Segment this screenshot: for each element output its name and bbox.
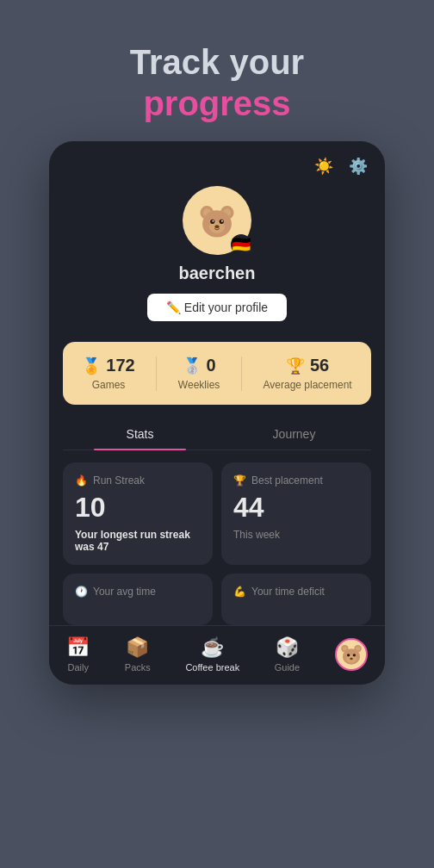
nav-coffee-break[interactable]: ☕ Coffee break xyxy=(177,633,248,676)
best-placement-label: 🏆 Best placement xyxy=(233,474,359,487)
weeklies-stat: 🥈 0 Weeklies xyxy=(178,356,220,391)
svg-point-19 xyxy=(350,658,352,660)
header-section: Track your progress xyxy=(130,0,304,141)
partial-cards: 🕐 Your avg time 💪 Your time deficit xyxy=(49,574,385,625)
best-placement-value: 44 xyxy=(233,492,359,524)
time-deficit-card: 💪 Your time deficit xyxy=(221,574,371,625)
nav-profile[interactable] xyxy=(326,635,376,674)
placement-icon: 🏆 xyxy=(286,356,305,375)
card-top-icons: ☀️ ⚙️ xyxy=(49,141,385,177)
tab-journey[interactable]: Journey xyxy=(217,418,371,450)
games-stat: 🏅 172 Games xyxy=(82,356,134,391)
run-streak-icon: 🔥 xyxy=(75,474,88,487)
svg-point-10 xyxy=(214,225,219,228)
svg-point-17 xyxy=(347,654,350,656)
svg-point-8 xyxy=(212,220,214,222)
nav-guide[interactable]: 🎲 Guide xyxy=(266,633,308,676)
nav-packs[interactable]: 📦 Packs xyxy=(116,633,159,676)
sun-icon[interactable]: ☀️ xyxy=(313,155,335,177)
username: baerchen xyxy=(179,264,256,283)
coffee-break-label: Coffee break xyxy=(185,662,239,673)
guide-icon: 🎲 xyxy=(276,636,299,659)
avg-time-label: 🕐 Your avg time xyxy=(75,586,156,598)
svg-point-18 xyxy=(352,654,355,656)
nav-avatar xyxy=(335,638,368,671)
games-icon: 🏅 xyxy=(82,356,101,375)
guide-label: Guide xyxy=(275,662,300,673)
run-streak-highlight: 47 xyxy=(97,541,108,553)
tab-stats[interactable]: Stats xyxy=(63,418,217,450)
header-line2: progress xyxy=(130,83,304,124)
time-deficit-label: 💪 Your time deficit xyxy=(233,586,325,598)
stats-cards: 🔥 Run Streak 10 Your longest run streak … xyxy=(49,450,385,574)
placement-value: 56 xyxy=(310,356,329,375)
avatar-container: 🇩🇪 xyxy=(183,186,251,255)
bottom-nav: 📅 Daily 📦 Packs ☕ Coffee break 🎲 Guide xyxy=(49,625,385,685)
stat-divider-2 xyxy=(241,356,242,391)
edit-profile-button[interactable]: ✏️ Edit your profile xyxy=(147,294,287,321)
best-placement-card: 🏆 Best placement 44 This week xyxy=(221,462,371,565)
tabs-section: Stats Journey xyxy=(63,418,371,450)
weeklies-value: 0 xyxy=(207,356,216,375)
avg-time-icon: 🕐 xyxy=(75,586,88,598)
daily-icon: 📅 xyxy=(66,636,90,659)
profile-section: 🇩🇪 baerchen ✏️ Edit your profile xyxy=(49,177,385,335)
placement-stat: 🏆 56 Average placement xyxy=(264,356,352,391)
weeklies-icon: 🥈 xyxy=(183,356,202,375)
avg-time-card: 🕐 Your avg time xyxy=(63,574,213,625)
run-streak-card: 🔥 Run Streak 10 Your longest run streak … xyxy=(63,462,213,565)
placement-label: Average placement xyxy=(264,379,352,391)
coffee-break-icon: ☕ xyxy=(201,636,224,659)
app-card: ☀️ ⚙️ xyxy=(49,141,385,685)
run-streak-label: 🔥 Run Streak xyxy=(75,474,201,487)
run-streak-sub: Your longest run streak was 47 xyxy=(75,529,201,553)
best-placement-sub: This week xyxy=(233,529,359,541)
stats-bar: 🏅 172 Games 🥈 0 Weeklies 🏆 56 Average pl… xyxy=(63,342,371,405)
time-deficit-icon: 💪 xyxy=(233,586,246,598)
header-line1: Track your xyxy=(130,41,304,83)
packs-label: Packs xyxy=(125,662,151,673)
svg-point-9 xyxy=(221,220,223,222)
weeklies-label: Weeklies xyxy=(178,379,220,391)
run-streak-value: 10 xyxy=(75,492,201,524)
settings-icon[interactable]: ⚙️ xyxy=(347,155,369,177)
games-value: 172 xyxy=(106,356,134,375)
stat-divider-1 xyxy=(156,356,157,391)
packs-icon: 📦 xyxy=(126,636,149,659)
best-placement-icon: 🏆 xyxy=(233,474,246,487)
daily-label: Daily xyxy=(68,662,89,673)
nav-daily[interactable]: 📅 Daily xyxy=(58,633,98,676)
flag-badge: 🇩🇪 xyxy=(231,234,251,255)
games-label: Games xyxy=(92,379,126,391)
